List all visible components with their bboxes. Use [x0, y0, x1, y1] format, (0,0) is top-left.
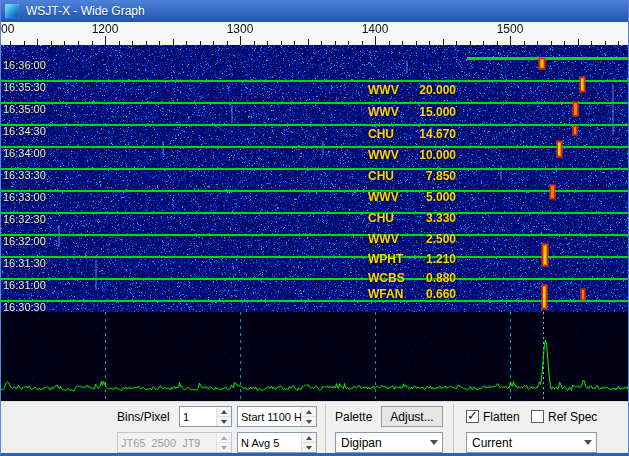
control-panel: Bins/Pixel 1 Start 1100 Hz Palette Adjus…	[0, 401, 629, 456]
adjust-button[interactable]: Adjust...	[381, 406, 443, 427]
waterfall-timestamp: 16:34:30	[3, 125, 46, 137]
ref-spec-checkbox[interactable]: Ref Spec	[531, 406, 597, 427]
waterfall-timestamp: 16:36:00	[3, 59, 46, 71]
start-frequency-down-button[interactable]	[302, 416, 316, 426]
n-avg-up-button[interactable]	[302, 433, 316, 442]
station-callsign: WWV	[368, 232, 399, 246]
window-title: WSJT-X - Wide Graph	[26, 4, 145, 18]
waterfall-timestamp: 16:34:00	[3, 147, 46, 159]
n-avg-down-button[interactable]	[302, 442, 316, 452]
title-bar[interactable]: WSJT-X - Wide Graph	[0, 0, 629, 22]
station-frequency: 1.210	[426, 252, 456, 266]
start-frequency-value: Start 1100 Hz	[238, 407, 301, 426]
ref-spec-checkbox-label: Ref Spec	[548, 410, 597, 424]
station-frequency: 7.850	[426, 169, 456, 183]
station-label: WWV2.500	[368, 232, 456, 246]
start-frequency-up-button[interactable]	[302, 407, 316, 416]
waterfall-timestamp: 16:32:00	[3, 235, 46, 247]
waterfall-canvas[interactable]	[0, 45, 629, 312]
waterfall-timestamp: 16:31:30	[3, 257, 46, 269]
station-callsign: WWV	[368, 105, 399, 119]
bins-per-pixel-up-button[interactable]	[217, 407, 231, 416]
spectrum-mode-combobox-arrow[interactable]	[579, 433, 596, 452]
spectrum-display[interactable]	[0, 312, 629, 401]
station-callsign: WWV	[368, 148, 399, 162]
chevron-down-icon	[306, 446, 312, 450]
chevron-down-icon	[430, 440, 438, 445]
palette-combobox-value: Digipan	[336, 436, 425, 450]
bins-per-pixel-down-button[interactable]	[217, 416, 231, 426]
station-callsign: WCBS	[368, 271, 405, 285]
chevron-up-icon	[221, 410, 227, 414]
wsjtx-wide-graph-window: WSJT-X - Wide Graph 00 1200 1300 1400 15…	[0, 0, 629, 456]
jt65-jt9-split-down-button[interactable]	[217, 442, 231, 452]
station-label: CHU14.670	[368, 127, 456, 141]
bins-per-pixel-value: 1	[180, 407, 216, 426]
scale-label-1500: 1500	[497, 22, 524, 36]
flatten-checkbox[interactable]: Flatten	[466, 406, 520, 427]
chevron-down-icon	[306, 420, 312, 424]
jt65-jt9-split-value: JT65 2500 JT9	[118, 433, 216, 452]
station-label: WWV20.000	[368, 83, 456, 97]
chevron-up-icon	[221, 436, 227, 440]
chevron-down-icon	[221, 420, 227, 424]
flatten-checkbox-box[interactable]	[466, 410, 479, 423]
waterfall-timestamp: 16:35:30	[3, 81, 46, 93]
station-label: WWV15.000	[368, 105, 456, 119]
waterfall-timestamp: 16:31:00	[3, 279, 46, 291]
station-label: WFAN0.660	[368, 287, 456, 301]
frequency-scale[interactable]: 00 1200 1300 1400 1500	[0, 22, 629, 45]
scale-label-1100: 00	[1, 22, 14, 36]
station-label: WCBS0.880	[368, 271, 456, 285]
bins-per-pixel-label: Bins/Pixel	[117, 406, 170, 427]
station-frequency: 20.000	[419, 83, 456, 97]
palette-combobox[interactable]: Digipan	[335, 432, 443, 453]
station-frequency: 0.660	[426, 287, 456, 301]
station-callsign: CHU	[368, 211, 394, 225]
station-label: CHU7.850	[368, 169, 456, 183]
station-label: CHU3.330	[368, 211, 456, 225]
waterfall-display[interactable]: 16:36:00 16:35:30 16:35:00 16:34:30 16:3…	[0, 45, 629, 312]
palette-combobox-arrow[interactable]	[425, 433, 442, 452]
station-frequency: 5.000	[426, 190, 456, 204]
station-label: WWV5.000	[368, 190, 456, 204]
waterfall-timestamp: 16:33:00	[3, 191, 46, 203]
spectrum-mode-combobox-value: Current	[467, 436, 579, 450]
scale-label-1200: 1200	[92, 22, 119, 36]
waterfall-timestamp: 16:33:30	[3, 169, 46, 181]
bins-per-pixel-spinbox[interactable]: 1	[179, 406, 232, 427]
station-frequency: 15.000	[419, 105, 456, 119]
station-frequency: 14.670	[419, 127, 456, 141]
station-callsign: WWV	[368, 83, 399, 97]
ref-spec-checkbox-box[interactable]	[531, 410, 544, 423]
station-callsign: WFAN	[368, 287, 403, 301]
station-label: WWV10.000	[368, 148, 456, 162]
scale-label-1400: 1400	[362, 22, 389, 36]
jt65-jt9-split-up-button[interactable]	[217, 433, 231, 442]
flatten-checkbox-label: Flatten	[483, 410, 520, 424]
chevron-down-icon	[221, 446, 227, 450]
separator	[453, 404, 454, 454]
chevron-up-icon	[306, 410, 312, 414]
app-icon	[5, 4, 19, 18]
station-label: WPHT1.210	[368, 252, 456, 266]
waterfall-timestamp: 16:32:30	[3, 213, 46, 225]
station-frequency: 10.000	[419, 148, 456, 162]
start-frequency-spinbox[interactable]: Start 1100 Hz	[237, 406, 317, 427]
separator	[325, 404, 326, 454]
station-frequency: 2.500	[426, 232, 456, 246]
chevron-up-icon	[306, 436, 312, 440]
n-avg-value: N Avg 5	[238, 433, 301, 452]
station-callsign: CHU	[368, 127, 394, 141]
station-frequency: 3.330	[426, 211, 456, 225]
station-callsign: WWV	[368, 190, 399, 204]
station-callsign: CHU	[368, 169, 394, 183]
station-callsign: WPHT	[368, 252, 403, 266]
n-avg-spinbox[interactable]: N Avg 5	[237, 432, 317, 453]
station-frequency: 0.880	[426, 271, 456, 285]
scale-label-1300: 1300	[227, 22, 254, 36]
spectrum-mode-combobox[interactable]: Current	[466, 432, 597, 453]
palette-label: Palette	[335, 406, 372, 427]
jt65-jt9-split-spinbox[interactable]: JT65 2500 JT9	[117, 432, 232, 453]
spectrum-canvas[interactable]	[0, 312, 629, 401]
